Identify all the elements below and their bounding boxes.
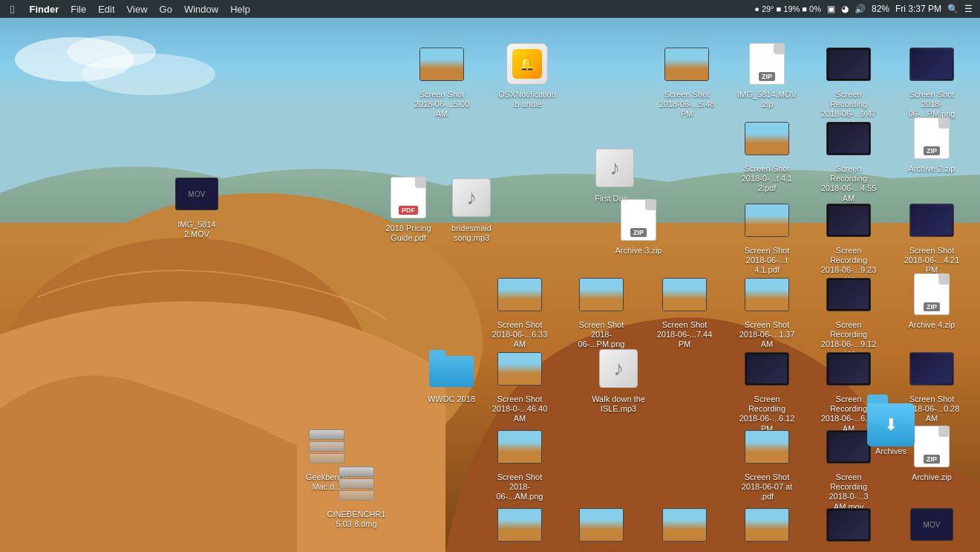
edit-menu[interactable]: Edit	[98, 4, 114, 15]
desktop-icon-screenshot13[interactable]: Screen Shot 2018-06-...AM.png	[490, 423, 549, 502]
icon-label-wwdc2018: WWDC 2018	[428, 394, 475, 404]
desktop-icon-wwdc2018[interactable]: WWDC 2018	[422, 345, 481, 404]
go-menu[interactable]: Go	[160, 4, 172, 15]
menubar-search-icon[interactable]: 🔍	[947, 4, 958, 14]
icon-label-archive3: Archive 3.zip	[615, 246, 662, 256]
desktop-icon-screenrec2[interactable]: Screen Recording 2018-06-...4.55 AM	[819, 114, 878, 204]
desktop-icon-screenshot14[interactable]: Screen Shot 2018-06-07 at .pdf	[737, 423, 797, 502]
desktop-icon-screenshot10[interactable]: Screen Shot 2018-06-...1.37 AM	[737, 270, 797, 350]
desktop-icon-screenshot3[interactable]: Screen Shot 2018-06-...PM.png	[902, 40, 961, 120]
icon-label-cinebench: CINEBENCHR15.03 8.dmg	[327, 510, 386, 529]
icon-label-archivezip: Archive.zip	[912, 473, 952, 482]
desktop-icon-screenshot16[interactable]: Screen Shot 2018-06-...5.46 AM	[572, 501, 631, 552]
view-menu[interactable]: View	[127, 4, 148, 15]
desktop-icon-bridesmaid[interactable]: ♪bridesmaid song.mp3	[442, 174, 501, 243]
icon-label-screenshot14: Screen Shot 2018-06-07 at .pdf	[737, 473, 797, 502]
desktop-icon-archives[interactable]: ⬇Archives	[861, 397, 921, 456]
menubar-wifi-icon: ◕	[841, 4, 849, 14]
file-menu[interactable]: File	[71, 4, 86, 15]
menubar-status-icons: ● 29° ■ 19% ■ 0%	[754, 4, 821, 13]
desktop-icon-screenshot1[interactable]: Screen Shot 2018-06-...5.00 AM	[412, 40, 471, 120]
desktop-icon-archive4[interactable]: ZIPArchive 4.zip	[902, 270, 961, 330]
desktop-icon-firstdance[interactable]: ♪First Dan...	[585, 144, 644, 204]
finder-menu[interactable]: Finder	[29, 4, 59, 15]
desktop-icon-archive2[interactable]: ZIPArchive 2.zip	[902, 114, 961, 174]
desktop-icon-screenshot7[interactable]: Screen Shot 2018-06-...6.33 AM	[490, 270, 549, 350]
icon-label-archives: Archives	[875, 447, 906, 456]
desktop-icon-screenshot6[interactable]: Screen Shot 2018-06-...4.21 PM	[902, 196, 961, 276]
desktop-icon-archive3[interactable]: ZIPArchive 3.zip	[609, 196, 668, 256]
menubar-list-icon[interactable]: ☰	[964, 4, 973, 14]
apple-menu[interactable]: 	[7, 3, 17, 16]
icon-label-archive4: Archive 4.zip	[909, 320, 956, 330]
desktop-icon-imgmov2[interactable]: MOVIMG_5814 2.MOV	[167, 170, 226, 239]
icon-label-screenshot11: Screen Shot 2018-0-...46.40 AM	[490, 394, 549, 424]
icon-label-walkdown: Walk down the ISLE.mp3	[589, 394, 648, 414]
icon-label-screenshot1: Screen Shot 2018-06-...5.00 AM	[412, 90, 471, 120]
desktop-icon-cinebench[interactable]: CINEBENCHR15.03 8.dmg	[327, 460, 386, 529]
desktop-icon-osxbundle[interactable]: 🔔OSXNotification.b undle	[497, 40, 557, 109]
desktop-icon-screenshot9[interactable]: Screen Shot 2018-06-...7.44 PM	[655, 270, 714, 350]
menubar-right: ● 29° ■ 19% ■ 0% ▣ ◕ 🔊 82% Fri 3:37 PM 🔍…	[754, 4, 980, 14]
icon-label-archive2: Archive 2.zip	[909, 164, 956, 174]
icon-label-screenshot4: Screen Shot 2018-0-...t 4.1 2.pdf	[737, 164, 797, 194]
menubar:  Finder File Edit View Go Window Help ●…	[0, 0, 980, 18]
desktop-icon-screenshot8[interactable]: Screen Shot 2018-06-...PM.png	[572, 270, 631, 350]
desktop-icon-screenshot4[interactable]: Screen Shot 2018-0-...t 4.1 2.pdf	[737, 114, 797, 194]
window-menu[interactable]: Window	[184, 4, 218, 15]
desktop-icons-container: Screen Shot 2018-06-...5.00 AM🔔OSXNotifi…	[0, 18, 980, 552]
desktop-icon-walkdown[interactable]: ♪Walk down the ISLE.mp3	[589, 345, 648, 414]
desktop-icon-screenshot17[interactable]: Screen Shot 2018-06-...5.27 PM	[655, 501, 714, 552]
icon-label-imgmov1: IMG_5814.MOV.zip	[737, 90, 797, 109]
icon-label-imgmov2: IMG_5814 2.MOV	[167, 220, 226, 239]
desktop-icon-pricing[interactable]: PDF2018 Pricing Guide.pdf	[379, 174, 438, 243]
icon-label-screenshot2: Screen Shot 2018-06-...5.48 PM	[657, 90, 716, 120]
desktop-icon-screenshot2[interactable]: Screen Shot 2018-06-...5.48 PM	[657, 40, 716, 120]
menubar-battery[interactable]: 82%	[872, 4, 889, 14]
desktop-icon-screenshot18[interactable]: Screen Shot 2018-06-...5.12 PM	[737, 501, 797, 552]
icon-label-screenshot9: Screen Shot 2018-06-...7.44 PM	[655, 320, 714, 350]
icon-label-osxbundle: OSXNotification.b undle	[497, 90, 557, 109]
icon-label-bridesmaid: bridesmaid song.mp3	[442, 224, 501, 243]
desktop-icon-screenrec8[interactable]: Screen Recording 2018-06-...7.44 AM	[819, 501, 878, 552]
menubar-time: Fri 3:37 PM	[895, 4, 941, 14]
desktop-icon-screenshot11[interactable]: Screen Shot 2018-0-...46.40 AM	[490, 345, 549, 424]
menubar-left:  Finder File Edit View Go Window Help	[0, 3, 250, 16]
desktop-icon-quicktime[interactable]: MOVquicktime.mov	[902, 501, 961, 552]
desktop-icon-screenrec5[interactable]: Screen Recording 2018-06-...6.12 PM	[737, 345, 797, 434]
icon-label-screenshot13: Screen Shot 2018-06-...AM.png	[490, 473, 549, 502]
desktop-icon-screenshot15[interactable]: Screen Shot 2018-06-...0.10 AM	[490, 501, 549, 552]
menubar-volume-icon: 🔊	[855, 4, 866, 14]
menubar-display-icon: ▣	[827, 4, 835, 14]
icon-label-pricing: 2018 Pricing Guide.pdf	[379, 224, 438, 243]
help-menu[interactable]: Help	[230, 4, 250, 15]
desktop-icon-imgmov1[interactable]: ZIPIMG_5814.MOV.zip	[737, 40, 797, 109]
desktop-icon-screenshot5[interactable]: Screen Shot 2018-06-...t 4.1.pdf	[737, 196, 797, 276]
